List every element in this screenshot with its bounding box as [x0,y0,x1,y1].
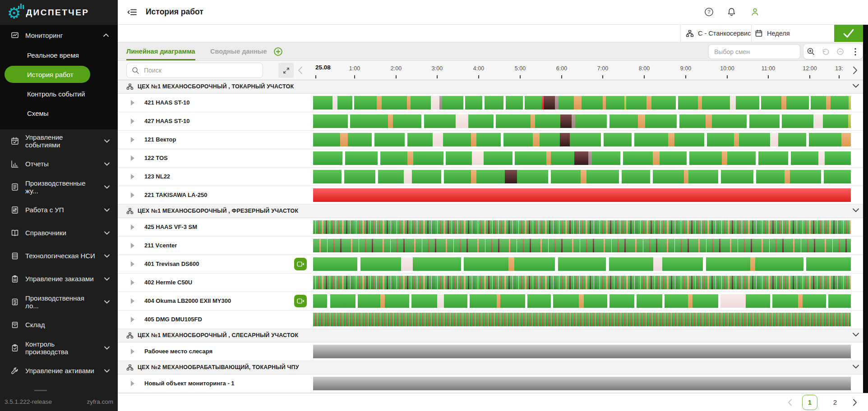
bar-segment-o[interactable] [574,96,582,110]
expand-row-triangle-icon[interactable] [131,261,134,267]
expand-row-triangle-icon[interactable] [131,317,134,322]
expand-row-triangle-icon[interactable] [131,192,134,198]
bar-segment-o[interactable] [581,170,586,183]
sidebar-subitem-link[interactable]: Реальное время [0,46,118,65]
bar-segment-w[interactable] [327,294,330,308]
chevron-down-icon[interactable] [104,369,110,373]
status-timeline-bar[interactable] [313,114,851,128]
bar-segment-g[interactable] [706,257,750,271]
bar-segment-g[interactable] [609,257,653,271]
tab-summary-data[interactable]: Сводные данные [210,42,267,60]
bar-segment-g[interactable] [626,96,646,110]
status-timeline-bar[interactable] [313,239,851,252]
bar-segment-g[interactable] [442,96,463,110]
bar-segment-g[interactable] [344,170,375,183]
bar-segment-g[interactable] [424,114,456,128]
expand-row-triangle-icon[interactable] [131,243,134,248]
page-next-icon[interactable] [853,399,857,406]
bar-segment-r[interactable] [313,188,851,202]
bar-segment-o[interactable] [579,294,584,308]
status-timeline-bar[interactable] [313,96,851,110]
status-timeline-bar[interactable] [313,345,851,358]
expand-row-triangle-icon[interactable] [131,174,134,179]
bar-segment-g[interactable] [411,294,437,308]
bar-segment-g[interactable] [374,133,405,146]
status-timeline-bar[interactable] [313,151,851,165]
bar-segment-g[interactable] [689,151,722,165]
sidebar-subitem-link[interactable]: Контроль событий [0,84,118,104]
bar-segment-g[interactable] [464,257,508,271]
bar-segment-g[interactable] [758,151,788,165]
page-prev-icon[interactable] [788,399,792,406]
bar-segment-g[interactable] [623,151,653,165]
bar-segment-g[interactable] [678,96,698,110]
bar-segment-g[interactable] [411,96,431,110]
bar-segment-p[interactable] [456,114,468,128]
camera-icon[interactable] [294,295,307,307]
bar-segment-g[interactable] [313,257,357,271]
status-timeline-bar[interactable] [313,133,851,146]
bar-segment-o[interactable] [340,133,348,146]
bar-segment-y[interactable] [848,114,851,128]
bar-segment-g[interactable] [679,114,706,128]
bar-segment-g[interactable] [721,170,753,183]
bar-segment-g[interactable] [412,170,442,183]
bar-segment-g[interactable] [803,294,826,308]
sidebar-item-control[interactable]: Контроль производства [0,336,118,359]
bar-segment-o[interactable] [688,294,693,308]
vendor-site-link[interactable]: zyfra.com [87,398,113,405]
bar-segment-g[interactable] [485,96,504,110]
status-timeline-bar[interactable] [313,257,851,271]
bar-segment-g[interactable] [553,294,579,308]
bar-segment-o[interactable] [668,133,675,146]
bar-segment-o[interactable] [471,133,476,146]
bar-segment-g[interactable] [828,294,851,308]
bar-segment-v[interactable] [555,96,559,110]
expand-row-triangle-icon[interactable] [131,100,134,105]
bar-segment-g[interactable] [393,114,421,128]
bar-segment-v[interactable] [572,114,575,128]
bar-segment-g[interactable] [470,294,497,308]
bar-segment-g[interactable] [313,96,332,110]
scroll-left-icon[interactable] [298,66,303,74]
bar-segment-g[interactable] [360,257,401,271]
bar-segment-g[interactable] [506,96,523,110]
bar-segment-v[interactable] [588,151,591,165]
bar-segment-o[interactable] [734,133,739,146]
sidebar-item-refs[interactable]: Справочники [0,221,118,244]
chevron-down-icon[interactable] [104,277,110,281]
bar-segment-g[interactable] [313,114,348,128]
bar-segment-g[interactable] [525,96,542,110]
bar-segment-g[interactable] [606,96,624,110]
expand-row-triangle-icon[interactable] [131,280,134,285]
bar-segment-g[interactable] [380,151,408,165]
bar-segment-g[interactable] [756,170,785,183]
group-header-row[interactable]: ЦЕХ №2 МЕХАНООБРАБАТЫВАЮЩИЙ, ТОКАРНЫЙ ЧП… [118,361,868,374]
bar-segment-p[interactable] [332,96,337,110]
bar-segment-g[interactable] [484,151,512,165]
bar-segment-p[interactable] [818,151,825,165]
bar-segment-g[interactable] [645,114,677,128]
period-selector[interactable]: Неделя [755,25,790,42]
bar-segment-g[interactable] [517,170,548,183]
status-timeline-bar[interactable] [313,170,851,183]
bar-segment-g[interactable] [782,114,813,128]
bar-segment-g[interactable] [476,170,505,183]
bar-segment-o[interactable] [377,96,382,110]
bar-segment-g[interactable] [712,114,747,128]
bar-segment-g[interactable] [622,170,650,183]
bar-segment-g[interactable] [313,170,342,183]
chevron-down-icon[interactable] [104,346,110,350]
bar-segment-g[interactable] [637,294,662,308]
bar-segment-g[interactable] [535,114,560,128]
bar-segment-g[interactable] [761,96,781,110]
bar-segment-o[interactable] [407,96,411,110]
status-timeline-bar[interactable] [313,220,851,234]
bar-segment-g[interactable] [806,257,850,271]
vertical-scrollbar[interactable] [863,25,868,393]
sidebar-item-tech[interactable]: Технологическая НСИ [0,244,118,267]
group-header-row[interactable]: ЦЕХ №1 МЕХАНОСБОРОЧНЫЙ , СЛЕСАРНЫЙ УЧАСТ… [118,329,868,342]
bar-segment-o[interactable] [722,151,727,165]
bar-segment-g[interactable] [582,96,603,110]
status-timeline-bar[interactable] [313,294,851,308]
